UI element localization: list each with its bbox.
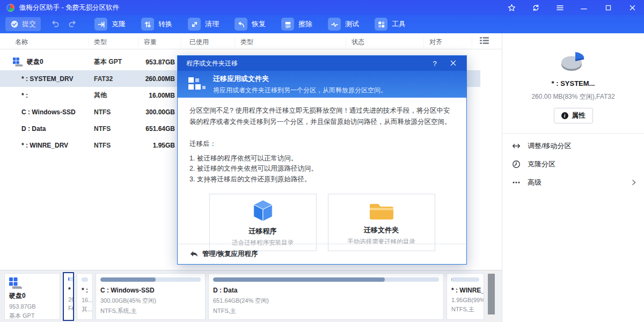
toolbar-item-erase[interactable]: 擦除 [281, 18, 312, 31]
selected-partition-name: * : SYSTEM... [552, 79, 595, 87]
column-capacity: 容量 [138, 37, 181, 47]
help-icon[interactable]: ? [430, 60, 440, 68]
clean-icon [188, 18, 201, 31]
titlebar: 傲梅分区助手 - 免费无损分区软件 [0, 0, 644, 15]
column-settings-icon[interactable] [472, 37, 502, 47]
disk-icon [9, 277, 55, 289]
partition-card-system-drv[interactable]: * : ... 260.. FA... [63, 272, 74, 321]
clone-icon [94, 18, 107, 31]
column-align: 对齐 [424, 37, 472, 47]
right-sidebar: * : SYSTEM... 260.00 MB(83% 空闲),FAT32 i … [502, 33, 644, 322]
chevron-right-icon [631, 179, 636, 186]
toolbar-item-label: 擦除 [298, 19, 312, 29]
favorite-star-icon[interactable] [507, 3, 516, 12]
dialog-close-icon[interactable] [448, 60, 458, 68]
toolbar-item-label: 工具 [392, 19, 406, 29]
folder-icon [368, 199, 395, 223]
redo-icon[interactable] [68, 19, 77, 30]
toolbar-item-clone[interactable]: 克隆 [94, 18, 126, 31]
disk-icon [13, 57, 24, 67]
manage-restore-apps-link[interactable]: 管理/恢复应用程序 [202, 250, 258, 259]
toolbar-item-label: 清理 [205, 19, 219, 29]
erase-icon [281, 18, 294, 31]
convert-icon [141, 18, 154, 31]
partition-card-winre[interactable]: * : WINRE_... 1.95GB(99%... NTFS,主 [447, 273, 484, 320]
table-header: 名称 类型 容量 已使用 类型 状态 对齐 [0, 34, 502, 49]
column-used: 已使用 [181, 37, 235, 47]
dialog-footer: 管理/恢复应用程序 [178, 244, 466, 264]
banner-heading: 迁移应用或文件夹 [213, 74, 387, 84]
scrollbar-track[interactable] [486, 270, 497, 322]
column-type2: 类型 [235, 37, 346, 47]
partition-card-d[interactable]: D : Data 651.64GB(24% 空闲) NTFS,主 [208, 273, 444, 320]
toolbar-item-label: 克隆 [112, 19, 126, 29]
migrate-folders-card[interactable]: 迁移文件夹 手动选择需要迁移的目录 [328, 194, 435, 251]
toolbar: 提交 克隆 转换 清理 [0, 15, 644, 33]
banner-subheading: 将应用或者文件夹迁移到另一个分区，从而释放原分区空间。 [213, 86, 387, 95]
dialog-title: 程序或文件夹迁移 [186, 59, 421, 68]
clone-partition-icon [512, 160, 521, 169]
cube-icon [250, 198, 276, 224]
toolbar-item-test[interactable]: 测试 [328, 18, 359, 31]
menu-icon[interactable] [555, 3, 564, 12]
column-type: 类型 [89, 37, 138, 47]
toolbar-item-convert[interactable]: 转换 [141, 18, 172, 31]
scrollbar-thumb[interactable] [488, 274, 495, 314]
disk-summary-card[interactable]: 硬盘0 953.87GB 基本 GPT [4, 273, 60, 320]
disk-map-panel: 硬盘0 953.87GB 基本 GPT * : ... 260.. FA... … [0, 270, 502, 322]
toolbar-item-label: 转换 [158, 19, 172, 29]
refresh-icon[interactable] [531, 3, 540, 12]
more-dots-icon [512, 178, 521, 187]
recover-icon [235, 18, 247, 31]
back-arrow-icon [189, 250, 198, 258]
selected-partition-info: 260.00 MB(83% 空闲),FAT32 [531, 92, 614, 101]
toolbar-item-recover[interactable]: 恢复 [235, 18, 266, 31]
migrate-dialog: 程序或文件夹迁移 ? 迁移应用或文件夹 将应用或者文件夹迁移到另一个分区，从而释… [177, 55, 467, 265]
submit-label: 提交 [22, 19, 36, 29]
partition-pie-icon [557, 48, 590, 76]
test-icon [328, 18, 341, 31]
window-title: 傲梅分区助手 - 免费无损分区软件 [19, 3, 119, 12]
partition-card-c[interactable]: C : Windows-SSD 300.00GB(45% 空闲) NTFS,系统… [96, 273, 206, 320]
info-icon: i [561, 112, 568, 119]
resize-move-icon [512, 142, 521, 150]
column-name: 名称 [0, 37, 89, 47]
toolbar-item-label: 测试 [345, 19, 359, 29]
sidebar-item-resize-move[interactable]: 调整/移动分区 [502, 137, 644, 155]
app-logo-icon [6, 4, 14, 12]
dialog-titlebar: 程序或文件夹迁移 ? [178, 56, 466, 71]
properties-button[interactable]: i 属性 [554, 108, 593, 123]
toolbar-item-tools[interactable]: 工具 [375, 18, 406, 31]
migrate-apps-card[interactable]: 迁移程序 适合迁移程序安装目录 [209, 194, 317, 251]
toolbar-item-label: 恢复 [252, 19, 266, 29]
tools-icon [375, 18, 387, 31]
sidebar-item-advanced[interactable]: 高级 [502, 173, 644, 192]
dialog-banner: 迁移应用或文件夹 将应用或者文件夹迁移到另一个分区，从而释放原分区空间。 [178, 71, 466, 98]
dialog-intro-text: 分区空间不足? 使用程序文件迁移立即无损释放空间！通过先进的技术手段，将分区中安… [189, 105, 455, 128]
maximize-icon[interactable] [604, 3, 612, 12]
after-item-3: 3. 支持将迁移后的文件还原到原始路径。 [189, 175, 455, 184]
partition-card-reserved[interactable]: * : 16.... 其... [77, 273, 93, 320]
app-blocks-icon [188, 77, 206, 92]
after-migration-label: 迁移后： [189, 140, 455, 149]
undo-icon[interactable] [50, 19, 60, 30]
sidebar-item-clone-partition[interactable]: 克隆分区 [502, 155, 644, 173]
app-window: 傲梅分区助手 - 免费无损分区软件 提 [0, 0, 644, 322]
after-item-1: 1. 被迁移的程序依然可以正常访问。 [189, 155, 455, 163]
toolbar-item-clean[interactable]: 清理 [188, 18, 219, 31]
minimize-icon[interactable] [580, 3, 588, 12]
submit-button[interactable]: 提交 [5, 17, 41, 31]
close-icon[interactable] [628, 3, 636, 12]
column-status: 状态 [346, 37, 424, 47]
after-item-2: 2. 被迁移的文件夹依然可以用源路径访问。 [189, 165, 455, 173]
